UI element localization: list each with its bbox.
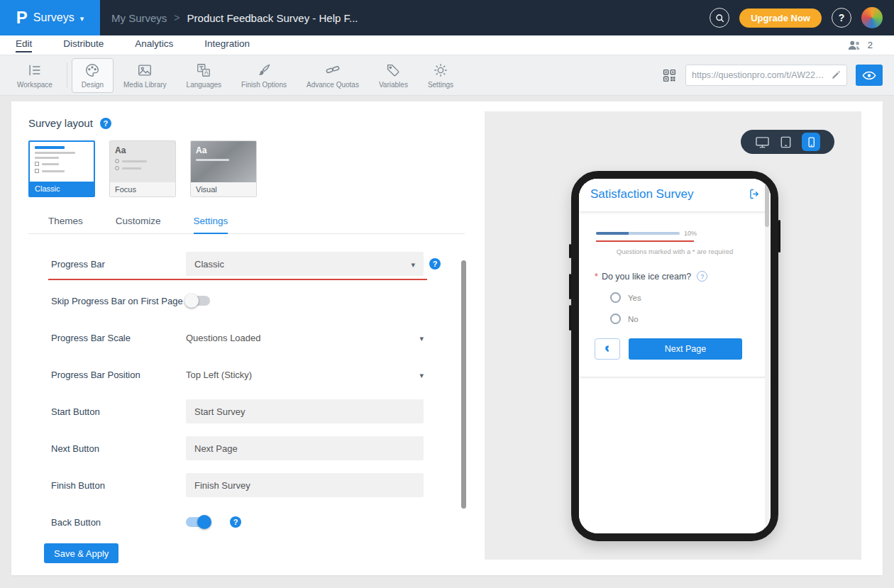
chevron-left-icon xyxy=(603,345,612,353)
survey-nav-buttons: Next Page xyxy=(595,338,771,360)
progress-bar-help-icon[interactable]: ? xyxy=(429,258,441,270)
tab-customize[interactable]: Customize xyxy=(116,216,161,234)
back-button-toggle[interactable] xyxy=(186,517,210,527)
toolbar-item-finish-options[interactable]: Finish Options xyxy=(231,58,297,93)
save-apply-button[interactable]: Save & Apply xyxy=(44,543,118,563)
progress-position-select[interactable]: Top Left (Sticky) xyxy=(186,362,432,387)
phone-screen: Satisfaction Survey 10% Questions marked… xyxy=(579,179,771,533)
product-switcher[interactable]: P Surveys xyxy=(0,0,100,35)
survey-url-field[interactable]: https://questionpro.com/t/AW22Z4B xyxy=(685,65,847,86)
preview-survey-button[interactable] xyxy=(856,65,883,86)
settings-scrollbar[interactable] xyxy=(461,260,466,509)
chevron-down-icon xyxy=(80,11,84,24)
layout-option-classic[interactable]: Classic xyxy=(28,140,95,197)
classic-thumbnail xyxy=(30,142,94,182)
tab-integration[interactable]: Integration xyxy=(204,38,250,52)
finish-button-input[interactable] xyxy=(186,473,424,497)
toolbar-item-advance-quotas[interactable]: Advance Quotas xyxy=(297,58,369,93)
progress-fill xyxy=(596,232,629,235)
gear-icon xyxy=(433,62,448,78)
form-row-skip-progress: Skip Progress Bar on First Page xyxy=(51,282,456,319)
search-button[interactable] xyxy=(710,8,729,28)
question-help-icon[interactable]: ? xyxy=(697,271,707,282)
toolbar-item-media-library[interactable]: Media Library xyxy=(114,58,177,93)
design-tabs: Themes Customize Settings xyxy=(28,216,465,234)
breadcrumb-my-surveys[interactable]: My Surveys xyxy=(111,12,167,24)
edit-url-icon[interactable] xyxy=(831,70,841,80)
tag-icon xyxy=(385,62,401,78)
next-button-label: Next Button xyxy=(51,443,186,454)
radio-icon[interactable] xyxy=(610,314,621,324)
toolbar-item-variables[interactable]: Variables xyxy=(369,58,418,93)
progress-position-label: Progress Bar Position xyxy=(51,370,186,380)
toggle-knob xyxy=(184,294,199,308)
translate-icon: A xyxy=(196,62,211,78)
tablet-icon xyxy=(779,135,793,149)
layout-option-focus[interactable]: Aa Focus xyxy=(109,140,176,197)
qr-code-icon[interactable] xyxy=(662,68,677,83)
tab-analytics[interactable]: Analytics xyxy=(135,38,173,52)
survey-layout-help-icon[interactable]: ? xyxy=(100,118,111,129)
skip-progress-toggle[interactable] xyxy=(186,296,210,306)
survey-back-button[interactable] xyxy=(595,338,620,360)
survey-question-card: 10% Questions marked with a * are requir… xyxy=(579,230,771,377)
back-button-label: Back Button xyxy=(51,517,186,528)
toolbar-label: Design xyxy=(82,81,104,89)
device-mobile-button[interactable] xyxy=(802,133,820,151)
preview-scrollbar[interactable] xyxy=(765,182,769,526)
help-icon: ? xyxy=(839,12,845,23)
option-yes[interactable]: Yes xyxy=(610,292,771,303)
exit-survey-icon[interactable] xyxy=(749,188,761,200)
option-no[interactable]: No xyxy=(610,314,771,324)
radio-icon[interactable] xyxy=(610,292,621,303)
palette-icon xyxy=(84,62,100,78)
preview-scroll-thumb[interactable] xyxy=(765,182,769,227)
progress-scale-select[interactable]: Questions Loaded xyxy=(186,326,432,350)
layout-option-visual[interactable]: Aa Visual xyxy=(190,140,257,197)
device-desktop-button[interactable] xyxy=(755,135,770,149)
survey-progress-bar: 10% xyxy=(596,230,771,237)
breadcrumb: My Surveys > Product Feedback Survey - H… xyxy=(111,12,358,24)
device-toggle xyxy=(741,130,834,154)
preview-highlight-underline xyxy=(596,240,694,242)
layout-label: Focus xyxy=(110,182,175,196)
progress-scale-value: Questions Loaded xyxy=(186,333,261,343)
toolbar-label: Finish Options xyxy=(241,81,287,89)
help-button[interactable]: ? xyxy=(832,8,851,28)
toolbar-item-design[interactable]: Design xyxy=(72,58,114,93)
next-button-input[interactable] xyxy=(186,436,424,460)
toolbar-label: Workspace xyxy=(17,81,53,89)
toolbar-label: Languages xyxy=(187,81,222,89)
tab-distribute[interactable]: Distribute xyxy=(63,38,104,52)
survey-next-button[interactable]: Next Page xyxy=(629,338,742,360)
device-tablet-button[interactable] xyxy=(779,135,793,149)
tab-settings[interactable]: Settings xyxy=(194,216,228,234)
tab-themes[interactable]: Themes xyxy=(48,216,83,234)
collaborators[interactable]: 2 xyxy=(846,40,873,50)
toolbar-label: Variables xyxy=(379,81,408,89)
progress-bar-select[interactable]: Classic xyxy=(186,252,424,276)
phone-power-button xyxy=(778,220,780,253)
survey-title: Satisfaction Survey xyxy=(590,187,694,201)
back-button-help-icon[interactable]: ? xyxy=(230,516,241,528)
survey-header: Satisfaction Survey xyxy=(579,179,771,211)
tab-edit[interactable]: Edit xyxy=(16,38,32,52)
mobile-icon xyxy=(805,136,817,148)
scroll-down-arrow-icon[interactable] xyxy=(764,528,770,532)
share-controls: https://questionpro.com/t/AW22Z4B xyxy=(662,65,887,86)
layout-options: Classic Aa Focus Aa Visual xyxy=(28,140,482,197)
design-settings-card: Survey layout ? Classic Aa xyxy=(11,101,883,575)
start-button-input[interactable] xyxy=(186,399,424,423)
collaborators-count: 2 xyxy=(868,40,873,50)
toolbar-label: Settings xyxy=(428,81,453,89)
toolbar-item-settings[interactable]: Settings xyxy=(418,58,463,93)
user-avatar[interactable] xyxy=(861,7,883,28)
toolbar-item-languages[interactable]: A Languages xyxy=(177,58,232,93)
svg-text:A: A xyxy=(204,70,209,76)
breadcrumb-separator: > xyxy=(174,12,180,23)
toolbar-item-workspace[interactable]: Workspace xyxy=(7,58,62,93)
progress-bar-value: Classic xyxy=(194,259,224,270)
required-mark: * xyxy=(595,272,598,282)
upgrade-now-button[interactable]: Upgrade Now xyxy=(739,9,822,28)
link-icon xyxy=(325,62,341,78)
